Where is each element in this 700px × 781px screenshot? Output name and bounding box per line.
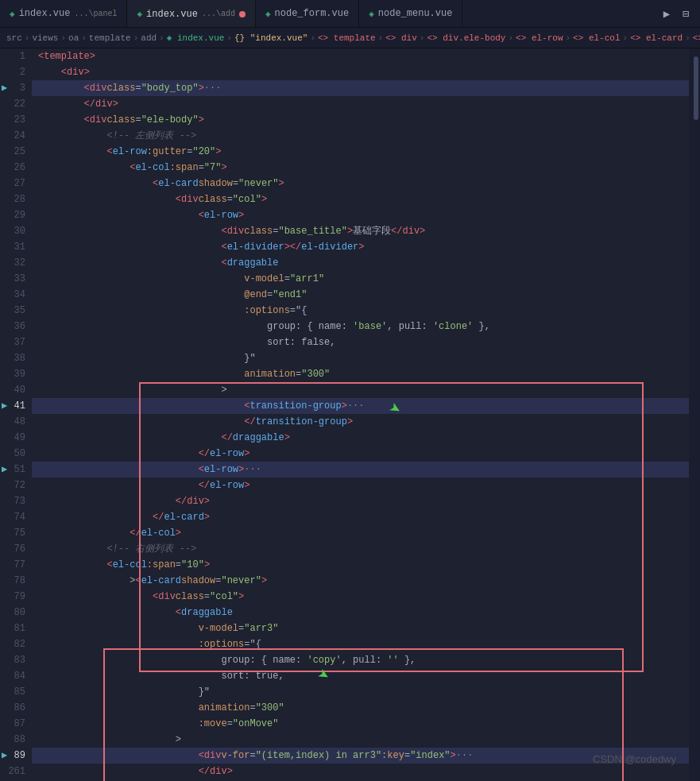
collapse-arrow-51: ▶ xyxy=(2,462,7,477)
ln-37: 37 xyxy=(0,334,32,350)
ln-261: 261 xyxy=(0,764,32,779)
ln-75: 75 xyxy=(0,525,32,541)
collapse-arrow-89: ▶ xyxy=(2,748,7,764)
crumb-obj: {} "index.vue" xyxy=(234,33,307,43)
code-content[interactable]: <template> ____<div> ________<div class=… xyxy=(32,48,689,781)
code-line-51: ____________________________<el-row>··· xyxy=(32,462,689,477)
ln-24: 24 xyxy=(0,128,32,144)
ln-32: 32 xyxy=(0,255,32,271)
code-line-50: ____________________________</el-row> xyxy=(32,446,689,462)
code-line-35: ____________________________________:opt… xyxy=(32,303,689,319)
breadcrumb: src › views › oa › template › add › ◈ in… xyxy=(0,28,700,48)
code-line-33: ____________________________________v-mo… xyxy=(32,271,689,287)
ln-78: 78 xyxy=(0,573,32,589)
tab-node-form[interactable]: ◈ node_form.vue xyxy=(256,0,359,27)
modified-dot xyxy=(239,11,246,17)
ln-85: 85 xyxy=(0,684,32,700)
ln-74: 74 xyxy=(0,509,32,525)
crumb-file: ◈ index.vue xyxy=(167,33,225,43)
code-line-77: ____________<el-col :span="10"> xyxy=(32,557,689,573)
tab-label-2: index.vue xyxy=(146,9,198,20)
ln-82: 82 xyxy=(0,636,32,652)
tab-actions: ▶ ⊟ xyxy=(652,0,700,27)
code-line-28: ________________________<div class="col"… xyxy=(32,191,689,207)
code-line-23: ________<div class="ele-body"> xyxy=(32,112,689,128)
code-line-30: ________________________________<div cla… xyxy=(32,223,689,239)
crumb-t6: <> el-card xyxy=(630,33,683,43)
code-line-2: ____<div> xyxy=(32,64,689,80)
code-line-78: ________________><el-card shadow="never"… xyxy=(32,573,689,589)
editor: 1 2 ▶3 22 23 24 25 26 27 28 29 30 31 32 … xyxy=(0,48,700,781)
tab-node-menu[interactable]: ◈ node_menu.vue xyxy=(359,0,462,27)
ln-50: 50 xyxy=(0,446,32,462)
code-line-3: ________<div class="body_top">··· xyxy=(32,80,689,96)
code-line-39: ____________________________________anim… xyxy=(32,366,689,382)
code-line-49: ________________________________</dragga… xyxy=(32,430,689,446)
code-line-72: ____________________________</el-row> xyxy=(32,477,689,493)
ln-51: ▶51 xyxy=(0,462,32,477)
tab-path-2: ...\add xyxy=(202,10,235,18)
code-line-73: ________________________</div> xyxy=(32,493,689,509)
ln-73: 73 xyxy=(0,493,32,509)
ln-3: ▶3 xyxy=(0,80,32,96)
code-line-34: ____________________________________@end… xyxy=(32,287,689,303)
ln-40: 40 xyxy=(0,382,32,398)
code-line-89: ____________________________<div v-for="… xyxy=(32,748,689,764)
code-line-79: ____________________<div class="col"> xyxy=(32,589,689,605)
vue-icon-3: ◈ xyxy=(265,9,271,19)
crumb-template: template xyxy=(89,33,131,43)
tab-index-add[interactable]: ◈ index.vue ...\add xyxy=(127,0,255,27)
code-line-76: ____________<!-- 右侧列表 --> xyxy=(32,541,689,557)
ln-34: 34 xyxy=(0,287,32,303)
ln-38: 38 xyxy=(0,350,32,366)
code-line-48: ____________________________________</tr… xyxy=(32,414,689,430)
ln-49: 49 xyxy=(0,430,32,446)
code-line-41: ____________________________________<tra… xyxy=(32,398,689,414)
ln-86: 86 xyxy=(0,700,32,716)
ln-31: 31 xyxy=(0,239,32,255)
code-line-261: ____________________________</div> xyxy=(32,764,689,779)
ln-22: 22 xyxy=(0,96,32,112)
code-line-86: ____________________________animation="3… xyxy=(32,700,689,716)
ln-41: ▶41 xyxy=(0,398,32,414)
run-button[interactable]: ▶ xyxy=(659,6,675,21)
minimap-scrollbar[interactable] xyxy=(689,48,700,781)
crumb-t5: <> el-col xyxy=(573,33,620,43)
vue-icon-1: ◈ xyxy=(10,9,15,19)
code-line-40: ________________________________> xyxy=(32,382,689,398)
ln-72: 72 xyxy=(0,477,32,493)
ln-27: 27 xyxy=(0,176,32,191)
ln-1: 1 xyxy=(0,48,32,64)
crumb-add: add xyxy=(141,33,157,43)
ln-89: ▶89 xyxy=(0,748,32,764)
crumb-src: src xyxy=(6,33,22,43)
crumb-t2: <> div xyxy=(385,33,417,43)
tab-label-4: node_menu.vue xyxy=(378,8,453,19)
code-line-80: ________________________<draggable xyxy=(32,605,689,621)
crumb-t7: <> div.col xyxy=(693,33,700,43)
code-line-82: ____________________________:options="{ xyxy=(32,636,689,652)
crumb-t4: <> el-row xyxy=(516,33,563,43)
code-line-87: ____________________________:move="onMov… xyxy=(32,716,689,732)
ln-29: 29 xyxy=(0,207,32,223)
code-line-32: ________________________________<draggab… xyxy=(32,255,689,271)
code-line-1: <template> xyxy=(32,48,689,64)
code-line-26: ________________<el-col :span="7"> xyxy=(32,160,689,176)
code-line-74: ____________________</el-card> xyxy=(32,509,689,525)
scrollbar-thumb[interactable] xyxy=(694,56,698,120)
ln-36: 36 xyxy=(0,319,32,334)
code-line-85: ____________________________}" xyxy=(32,684,689,700)
ln-87: 87 xyxy=(0,716,32,732)
code-line-38: ____________________________________}" xyxy=(32,350,689,366)
ln-39: 39 xyxy=(0,366,32,382)
split-button[interactable]: ⊟ xyxy=(678,6,694,21)
collapse-arrow-3: ▶ xyxy=(2,80,7,96)
vue-icon-4: ◈ xyxy=(369,9,374,19)
code-line-27: ____________________<el-card shadow="nev… xyxy=(32,176,689,191)
tab-index-panel[interactable]: ◈ index.vue ...\panel xyxy=(0,0,127,27)
crumb-views: views xyxy=(32,33,58,43)
crumb-t1: <> template xyxy=(318,33,376,43)
ln-80: 80 xyxy=(0,605,32,621)
code-line-24: ____________<!-- 左侧列表 --> xyxy=(32,128,689,144)
tab-label-1: index.vue xyxy=(19,8,71,19)
